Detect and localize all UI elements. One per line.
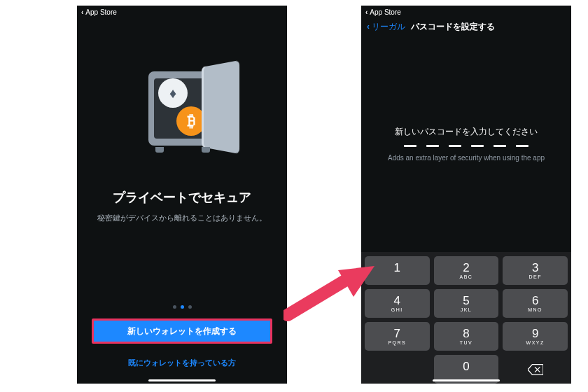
- status-back-label: App Store: [370, 8, 400, 16]
- create-wallet-label: 新しいウォレットを作成する: [127, 326, 237, 337]
- passcode-dash: [471, 145, 484, 147]
- keypad-digit: 3: [532, 262, 538, 274]
- keypad-letters: ABC: [460, 274, 473, 280]
- page-indicator[interactable]: [173, 305, 192, 318]
- existing-wallet-label: 既にウォレットを持っている方: [128, 358, 236, 367]
- create-wallet-button[interactable]: 新しいウォレットを作成する: [92, 318, 272, 344]
- status-bar[interactable]: ‹ App Store: [77, 6, 287, 18]
- page-dot-active: [181, 305, 184, 309]
- passcode-dash: [449, 145, 461, 147]
- keypad-letters: GHI: [391, 307, 403, 313]
- keypad-digit: 0: [463, 360, 469, 372]
- keypad-key-4[interactable]: 4GHI: [365, 289, 430, 318]
- keypad-letters: WXYZ: [526, 340, 545, 346]
- keypad-digit: 1: [394, 262, 400, 274]
- keypad-backspace[interactable]: [503, 355, 568, 384]
- passcode-prompt: 新しいパスコードを入力してください: [395, 126, 538, 138]
- keypad-blank: [365, 355, 430, 384]
- keypad-letters: JKL: [461, 307, 472, 313]
- keypad-digit: 5: [463, 295, 469, 307]
- home-indicator[interactable]: [433, 379, 500, 382]
- passcode-dash: [493, 145, 506, 147]
- keypad-digit: 9: [532, 328, 538, 340]
- keypad-key-9[interactable]: 9WXYZ: [503, 322, 568, 351]
- onboarding-screen: ‹ App Store ♦ ₿ プライベートでセキュア 秘密鍵がデバイスから離れ…: [77, 6, 287, 384]
- keypad-key-8[interactable]: 8TUV: [434, 322, 499, 351]
- keypad-digit: 4: [394, 295, 400, 307]
- page-dot: [173, 305, 176, 309]
- passcode-field: [404, 145, 528, 147]
- status-back-label: App Store: [85, 8, 116, 16]
- keypad-key-3[interactable]: 3DEF: [503, 256, 568, 285]
- keypad-digit: 2: [463, 262, 469, 274]
- keypad-letters: DEF: [528, 274, 542, 280]
- keypad-key-5[interactable]: 5JKL: [434, 289, 499, 318]
- home-indicator[interactable]: [148, 379, 216, 382]
- keypad-letters: PQRS: [388, 340, 406, 346]
- passcode-dash: [404, 145, 416, 147]
- safe-illustration: ♦ ₿: [137, 64, 227, 162]
- chevron-left-icon: ‹: [367, 22, 370, 31]
- nav-bar: ‹ リーガル パスコードを設定する: [361, 18, 571, 35]
- onboarding-heading: プライベートでセキュア: [113, 189, 251, 206]
- keypad-digit: 6: [532, 295, 538, 307]
- passcode-dash: [426, 145, 439, 147]
- keypad-key-1[interactable]: 1: [365, 256, 430, 285]
- ethereum-icon: ♦: [158, 78, 188, 108]
- nav-back-button[interactable]: ‹ リーガル: [367, 21, 405, 33]
- chevron-left-icon: ‹: [365, 8, 368, 16]
- keypad-key-2[interactable]: 2ABC: [434, 256, 499, 285]
- keypad-letters: MNO: [528, 307, 542, 313]
- passcode-dash: [516, 145, 528, 147]
- keypad-letters: TUV: [460, 340, 473, 346]
- backspace-icon: [528, 364, 543, 375]
- keypad-digit: 7: [394, 328, 400, 340]
- keypad-digit: 8: [463, 328, 469, 340]
- keypad-key-7[interactable]: 7PQRS: [365, 322, 430, 351]
- numeric-keypad: 12ABC3DEF4GHI5JKL6MNO7PQRS8TUV9WXYZ0: [361, 252, 571, 384]
- onboarding-sub: 秘密鍵がデバイスから離れることはありません。: [97, 213, 267, 223]
- passcode-screen: ‹ App Store ‹ リーガル パスコードを設定する 新しいパスコードを入…: [361, 6, 571, 384]
- keypad-key-6[interactable]: 6MNO: [503, 289, 568, 318]
- nav-back-label: リーガル: [372, 21, 405, 33]
- chevron-left-icon: ‹: [81, 8, 83, 16]
- nav-title: パスコードを設定する: [411, 21, 495, 33]
- passcode-help: Adds an extra layer of security when usi…: [388, 154, 545, 162]
- existing-wallet-link[interactable]: 既にウォレットを持っている方: [128, 358, 236, 368]
- status-bar[interactable]: ‹ App Store: [361, 6, 571, 18]
- page-dot: [188, 305, 192, 309]
